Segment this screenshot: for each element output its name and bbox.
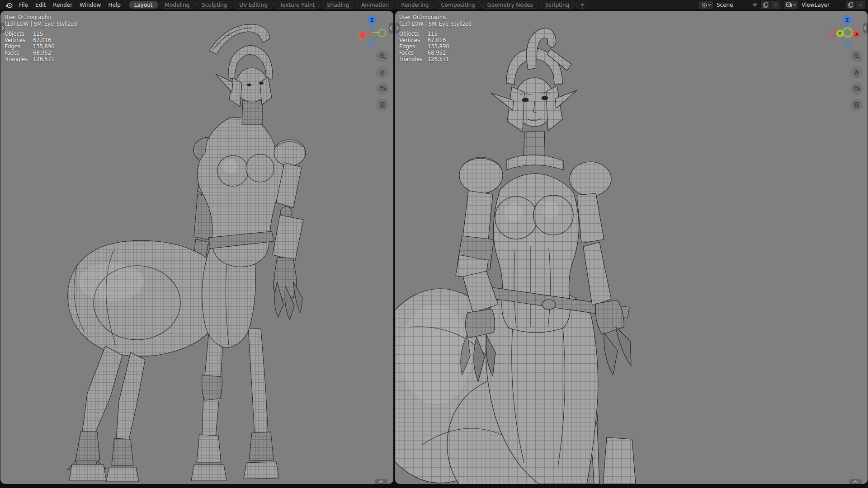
zoom-icon	[853, 52, 860, 60]
viewport-header-overlay: User Orthographic (13) LOW | SM_Eye_Styl…	[399, 14, 472, 27]
axis-z-label: Z	[845, 18, 849, 23]
axis-z-negative[interactable]	[368, 40, 376, 47]
stat-vertices: Vertices 67,016	[399, 37, 449, 43]
grid-ortho-button[interactable]	[850, 99, 863, 111]
grid-ortho-button[interactable]	[376, 99, 389, 111]
chevron-down-icon	[708, 3, 711, 6]
navigation-gizmo[interactable]: Z	[354, 14, 390, 49]
scene-statistics: Objects 115 Vertices 67,016 Edges 135,89…	[399, 31, 449, 62]
menu-file[interactable]: File	[15, 0, 32, 10]
stat-edges: Edges 135,890	[5, 43, 55, 50]
stat-triangles: Triangles 126,571	[399, 56, 449, 62]
blender-logo-icon	[5, 1, 13, 9]
tab-rendering[interactable]: Rendering	[396, 1, 434, 9]
viewport-3d-left[interactable]: User Orthographic (13) LOW | SM_Eye_Styl…	[0, 11, 393, 484]
add-workspace-button[interactable]: +	[576, 1, 588, 9]
stat-edges: Edges 135,890	[399, 43, 449, 50]
new-scene-button[interactable]	[760, 1, 770, 9]
menu-window[interactable]: Window	[76, 0, 104, 10]
view-layer-name: ViewLayer	[802, 2, 830, 8]
axis-x-label: X	[855, 32, 859, 37]
stat-objects: Objects 115	[399, 31, 449, 37]
view-layer-icon	[786, 2, 792, 8]
camera-icon	[853, 85, 860, 92]
close-icon	[859, 3, 863, 7]
viewport-3d-right[interactable]: User Orthographic (13) LOW | SM_Eye_Styl…	[395, 11, 868, 484]
view-mode-label: User Orthographic	[5, 14, 77, 21]
view-layer-selector: ViewLayer	[784, 1, 865, 9]
stat-objects: Objects 115	[5, 31, 55, 37]
zoom-button[interactable]	[850, 50, 863, 62]
unlink-scene-button[interactable]	[770, 1, 780, 9]
scene-statistics: Objects 115 Vertices 67,016 Edges 135,89…	[5, 31, 55, 62]
tab-compositing[interactable]: Compositing	[435, 1, 480, 9]
camera-view-button[interactable]	[376, 82, 389, 95]
duplicate-icon	[763, 2, 769, 8]
tab-geometry-nodes[interactable]: Geometry Nodes	[482, 1, 538, 9]
axis-z-negative[interactable]	[844, 41, 851, 48]
chevron-up-icon	[379, 480, 383, 483]
chevron-up-icon	[853, 480, 858, 483]
camera-icon	[379, 85, 386, 92]
blender-menu-button[interactable]	[3, 0, 15, 10]
toolbar-expand-chevron[interactable]	[395, 23, 400, 33]
expand-panel-button[interactable]	[375, 479, 387, 484]
tab-modeling[interactable]: Modeling	[160, 1, 195, 9]
tab-scripting[interactable]: Scripting	[540, 1, 575, 9]
camera-view-button[interactable]	[850, 82, 863, 95]
menu-edit[interactable]: Edit	[32, 0, 49, 10]
stat-faces: Faces 68,952	[5, 50, 55, 56]
scene-name-field[interactable]: Scene	[713, 1, 760, 9]
hand-icon	[379, 69, 386, 76]
active-object-label: (13) LOW | SM_Eye_Stylized	[5, 21, 77, 28]
tab-layout[interactable]: Layout	[129, 1, 158, 9]
scene-name: Scene	[717, 2, 733, 8]
menu-help[interactable]: Help	[104, 0, 124, 10]
view-layer-browse-button[interactable]	[784, 1, 798, 9]
grid-icon	[853, 101, 860, 108]
tab-sculpting[interactable]: Sculpting	[196, 1, 232, 9]
axis-y-negative[interactable]	[843, 28, 852, 37]
view-mode-label: User Orthographic	[399, 14, 472, 21]
stat-faces: Faces 68,952	[399, 50, 449, 56]
active-object-label: (13) LOW | SM_Eye_Stylized	[399, 21, 472, 28]
pan-button[interactable]	[376, 66, 389, 79]
zoom-button[interactable]	[376, 50, 389, 62]
stat-triangles: Triangles 126,571	[5, 56, 55, 62]
axis-x-negative[interactable]	[359, 32, 367, 39]
expand-panel-button[interactable]	[849, 479, 862, 484]
workspace-tabs: Layout Modeling Sculpting UV Editing Tex…	[129, 1, 588, 9]
axis-y-label: Y	[838, 32, 842, 36]
zoom-icon	[379, 52, 386, 60]
tab-texture-paint[interactable]: Texture Paint	[274, 1, 320, 9]
topbar-right-cluster: Scene	[699, 1, 865, 9]
model-wireframe-centaur-left	[0, 11, 393, 484]
scene-browse-button[interactable]	[699, 1, 713, 9]
scene-icon	[701, 2, 707, 8]
chevron-left-icon	[390, 26, 392, 30]
model-wireframe-centaur-right	[395, 11, 868, 484]
duplicate-icon	[848, 2, 854, 8]
topbar: File Edit Render Window Help Layout Mode…	[0, 0, 868, 10]
chevron-down-icon	[793, 3, 796, 6]
axis-z-label: Z	[370, 18, 373, 23]
navigation-gizmo[interactable]: Z Y X	[829, 14, 864, 49]
viewport-controls-rail	[376, 50, 389, 111]
chevron-left-icon	[864, 26, 867, 30]
new-view-layer-button[interactable]	[845, 1, 855, 9]
tab-animation[interactable]: Animation	[356, 1, 394, 9]
remove-view-layer-button[interactable]	[855, 1, 865, 9]
pan-button[interactable]	[850, 66, 863, 79]
stat-vertices: Vertices 67,016	[5, 37, 55, 43]
tab-uv-editing[interactable]: UV Editing	[234, 1, 273, 9]
toolbar-expand-chevron[interactable]	[0, 23, 5, 33]
chevron-right-icon	[1, 26, 4, 30]
view-layer-name-field[interactable]: ViewLayer	[798, 1, 845, 9]
grid-icon	[379, 101, 386, 108]
close-icon	[774, 3, 778, 7]
axis-y-negative[interactable]	[378, 29, 386, 37]
tab-shading[interactable]: Shading	[321, 1, 354, 9]
pin-icon[interactable]	[752, 2, 757, 7]
chevron-right-icon	[396, 26, 399, 30]
menu-render[interactable]: Render	[49, 0, 76, 10]
